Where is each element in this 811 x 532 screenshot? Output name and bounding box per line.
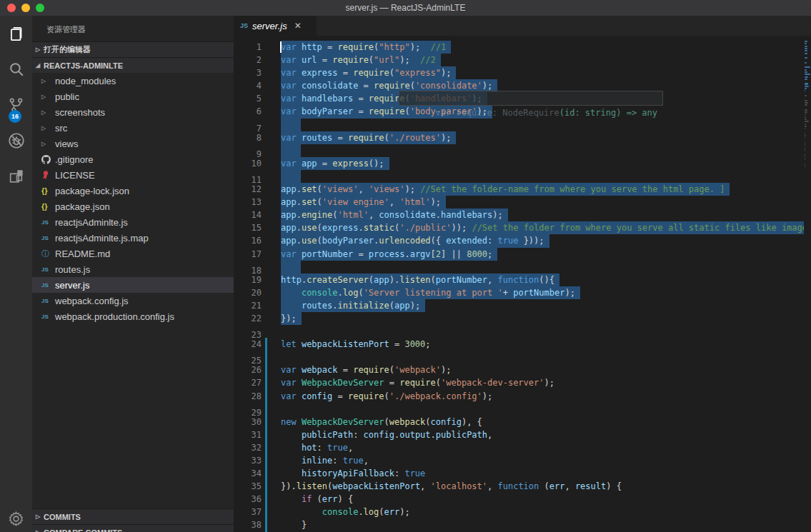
git-modified-marker — [265, 454, 267, 467]
title-bar: server.js — ReactJS-AdminLTE — [0, 0, 811, 16]
settings-gear-icon[interactable] — [0, 506, 32, 531]
code-line-28[interactable]: 28var config = require('./webpack.config… — [234, 390, 811, 403]
section-compare-commits[interactable]: ▷COMPARE COMMITS — [32, 524, 234, 532]
section-project-root[interactable]: ◢ REACTJS-ADMINLTE — [32, 57, 234, 73]
code-line-33[interactable]: 33 inline: true, — [234, 454, 811, 467]
code-line-32[interactable]: 32 hot: true, — [234, 441, 811, 454]
close-window-button[interactable] — [7, 4, 16, 12]
tab-close-icon[interactable]: ✕ — [294, 21, 302, 31]
tree-item-readme-md[interactable]: ⓘREADME.md — [32, 246, 234, 261]
license-ribbon-icon — [41, 170, 50, 180]
tree-item-license[interactable]: LICENSE — [32, 167, 234, 183]
code-line-17[interactable]: 17var portNumber = process.argv[2] || 80… — [234, 248, 811, 261]
git-modified-marker — [265, 351, 267, 363]
line-number: 17 — [234, 248, 262, 261]
code-line-1[interactable]: 1var http = require("http"); //1 — [234, 41, 811, 54]
code-line-35[interactable]: 35}).listen(webpackListenPort, 'localhos… — [234, 480, 811, 493]
code-line-18[interactable]: 18 — [234, 261, 811, 273]
minimap-line-mark — [805, 83, 808, 84]
minimap-line-mark — [805, 66, 810, 68]
tree-item--gitignore[interactable]: .gitignore — [32, 151, 234, 167]
minimap-line-mark — [805, 111, 807, 113]
tree-item-reactjsadminlte-js[interactable]: JSreactjsAdminlte.js — [32, 214, 234, 230]
tree-item-label: routes.js — [55, 264, 90, 275]
tree-item-package-json[interactable]: {}package.json — [32, 199, 234, 214]
github-icon — [41, 155, 51, 164]
tree-item-label: server.js — [55, 280, 89, 291]
code-line-25[interactable]: 25 — [234, 351, 811, 363]
tree-item-node-modules[interactable]: ▷node_modules — [32, 73, 234, 89]
line-number: 20 — [234, 286, 262, 299]
line-number: 30 — [234, 416, 262, 428]
code-line-30[interactable]: 30new WebpackDevServer(webpack(config), … — [234, 416, 811, 428]
minimap-line-mark — [805, 124, 806, 125]
line-number: 5 — [234, 92, 262, 105]
tree-item-reactjsadminlte-js-map[interactable]: JSreactjsAdminlte.js.map — [32, 230, 234, 246]
extensions-icon[interactable] — [0, 159, 32, 194]
tree-item-routes-js[interactable]: JSroutes.js — [32, 261, 234, 277]
git-modified-marker — [265, 390, 267, 403]
code-line-19[interactable]: 19http.createServer(app).listen(portNumb… — [234, 273, 811, 286]
line-number: 32 — [234, 441, 262, 454]
code-line-23[interactable]: 23 — [234, 325, 811, 338]
line-number: 19 — [234, 273, 262, 286]
code-line-27[interactable]: 27var WebpackDevServer = require('webpac… — [234, 376, 811, 389]
tree-item-webpack-production-config-js[interactable]: JSwebpack.production.config.js — [32, 308, 234, 324]
git-modified-marker — [265, 480, 267, 493]
section-open-editors[interactable]: ▷ 打开的编辑器 — [32, 41, 234, 57]
minimize-window-button[interactable] — [21, 4, 30, 12]
code-line-22[interactable]: 22}); — [234, 312, 811, 325]
minimap-line-mark — [805, 95, 807, 96]
code-line-31[interactable]: 31 publicPath: config.output.publicPath, — [234, 428, 811, 441]
code-line-16[interactable]: 16app.use(bodyParser.urlencoded({ extend… — [234, 234, 811, 247]
code-line-21[interactable]: 21 routes.initialize(app); — [234, 299, 811, 312]
tab-server-js[interactable]: JS server.js ✕ — [234, 16, 317, 36]
tree-item-label: reactjsAdminlte.js — [55, 217, 128, 228]
line-number: 15 — [234, 221, 262, 234]
tree-item-public[interactable]: ▷public — [32, 89, 234, 104]
code-line-15[interactable]: 15app.use(express.static('./public')); /… — [234, 221, 811, 234]
tree-item-src[interactable]: ▷src — [32, 120, 234, 136]
code-line-37[interactable]: 37 console.log(err); — [234, 506, 811, 518]
code-line-14[interactable]: 14app.engine('html', consolidate.handleb… — [234, 209, 811, 221]
minimap-line-mark — [805, 69, 807, 71]
source-control-badge: 16 — [9, 110, 21, 123]
search-icon[interactable] — [0, 51, 32, 87]
minimap-line-mark — [805, 147, 805, 149]
code-line-3[interactable]: 3var express = require("express"); — [234, 66, 811, 79]
code-line-36[interactable]: 36 if (err) { — [234, 493, 811, 506]
code-line-20[interactable]: 20 console.log('Server listening at port… — [234, 286, 811, 299]
tree-item-screenshots[interactable]: ▷screenshots — [32, 104, 234, 120]
code-line-29[interactable]: 29 — [234, 403, 811, 416]
code-line-10[interactable]: 10var app = express(); — [234, 157, 811, 170]
code-line-34[interactable]: 34 historyApiFallback: true — [234, 467, 811, 480]
explorer-sidebar: 资源管理器 ▷ 打开的编辑器 ◢ REACTJS-ADMINLTE ▷node_… — [32, 16, 234, 532]
code-line-26[interactable]: 26var webpack = require('webpack'); — [234, 363, 811, 376]
tree-item-views[interactable]: ▷views — [32, 136, 234, 151]
code-line-11[interactable]: 11 — [234, 170, 811, 183]
git-modified-marker — [265, 467, 267, 480]
debug-icon[interactable] — [0, 123, 32, 159]
code-line-13[interactable]: 13app.set('view engine', 'html'); — [234, 196, 811, 209]
minimap-line-mark — [805, 50, 807, 51]
code-line-2[interactable]: 2var url = require("url"); //2 — [234, 54, 811, 66]
section-label: COMMITS — [44, 513, 81, 521]
minimap-overview-ruler[interactable] — [804, 36, 811, 532]
tree-item-server-js[interactable]: JSserver.js — [32, 277, 234, 293]
code-line-9[interactable]: 9 — [234, 144, 811, 157]
code-line-38[interactable]: 38 } — [234, 518, 811, 531]
code-line-8[interactable]: 8var routes = require('./routes'); — [234, 131, 811, 144]
zoom-window-button[interactable] — [36, 4, 44, 12]
tooltip-signature-text: (id: string) => any — [559, 108, 657, 118]
git-modified-marker — [265, 338, 267, 351]
code-line-24[interactable]: 24let webpackListenPort = 3000; — [234, 338, 811, 351]
tree-item-package-lock-json[interactable]: {}package-lock.json — [32, 183, 234, 199]
code-line-12[interactable]: 12app.set('views', 'views'); //Set the f… — [234, 183, 811, 196]
code-line-7[interactable]: 7 — [234, 119, 811, 131]
git-modified-marker — [265, 376, 267, 389]
section-commits[interactable]: ▷COMMITS — [32, 508, 234, 524]
source-control-icon[interactable]: 16 — [0, 87, 32, 123]
json-braces-icon: {} — [41, 186, 48, 195]
explorer-icon[interactable] — [0, 16, 32, 51]
tree-item-webpack-config-js[interactable]: JSwebpack.config.js — [32, 293, 234, 308]
